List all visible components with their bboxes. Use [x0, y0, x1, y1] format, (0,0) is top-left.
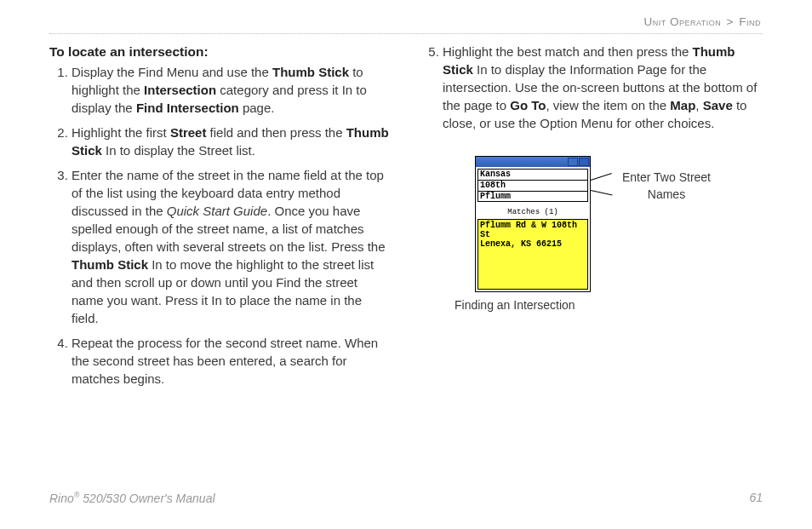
match-line2: Lenexa, KS 66215 [480, 239, 586, 249]
bold: Thumb Stick [71, 257, 148, 272]
column-right: Highlight the best match and then press … [420, 43, 763, 394]
matches-label: Matches (1) [477, 207, 588, 218]
callout-text: Enter Two Street Names [603, 170, 730, 203]
text: Repeat the process for the second street… [71, 336, 378, 386]
bold: Intersection [144, 83, 216, 97]
breadcrumb-section: Unit Operation [643, 15, 721, 28]
text: Highlight the best match and then press … [443, 44, 693, 59]
bold: Map [670, 98, 695, 112]
page-footer: Rino® 520/530 Owner's Manual 61 [49, 491, 763, 505]
device-titlebar [476, 157, 590, 167]
match-result: Pflumm Rd & W 108th St Lenexa, KS 66215 [477, 219, 588, 290]
content-columns: To locate an intersection: Display the F… [49, 43, 763, 394]
section-heading: To locate an intersection: [49, 43, 392, 61]
italic: Quick Start Guide [167, 204, 267, 218]
text: In to display the Street list. [102, 143, 255, 158]
bold: Save [703, 98, 733, 112]
text: , view the item on the [546, 98, 670, 112]
text: page. [239, 101, 275, 115]
match-line1: Pflumm Rd & W 108th St [480, 221, 586, 239]
bold: Go To [510, 98, 546, 112]
text: Display the Find Menu and use the [71, 65, 272, 79]
header-divider [49, 33, 763, 34]
step-4: Repeat the process for the second street… [71, 334, 392, 388]
figure-caption: Finding an Intersection [455, 297, 763, 314]
titlebar-icon [568, 158, 578, 166]
text: Highlight the first [71, 125, 170, 140]
column-left: To locate an intersection: Display the F… [49, 43, 392, 394]
page-number: 61 [749, 491, 763, 505]
breadcrumb-sep: > [727, 15, 734, 28]
step-1: Display the Find Menu and use the Thumb … [71, 63, 392, 117]
bold: Street [170, 125, 207, 140]
text: field and then press the [206, 125, 346, 140]
step-3: Enter the name of the street in the name… [71, 166, 392, 327]
step-5: Highlight the best match and then press … [443, 43, 763, 132]
footer-left: Rino® 520/530 Owner's Manual [49, 491, 215, 505]
breadcrumb: Unit Operation > Find [49, 15, 763, 28]
step-2: Highlight the first Street field and the… [71, 124, 392, 159]
device-body: Kansas 108th Pflumm Matches (1) Pflumm R… [476, 167, 590, 291]
bold: Thumb Stick [272, 65, 349, 79]
text: , [695, 98, 702, 112]
steps-list-left: Display the Find Menu and use the Thumb … [49, 63, 392, 388]
field-state: Kansas [477, 169, 588, 180]
breadcrumb-sub: Find [739, 15, 761, 28]
footer-title: 520/530 Owner's Manual [79, 492, 214, 505]
titlebar-icon [579, 158, 589, 166]
footer-product: Rino [49, 492, 74, 505]
figure: Kansas 108th Pflumm Matches (1) Pflumm R… [420, 156, 763, 314]
field-street2: Pflumm [477, 191, 588, 202]
bold: Find Intersection [136, 101, 239, 115]
device-screenshot: Kansas 108th Pflumm Matches (1) Pflumm R… [475, 156, 591, 292]
steps-list-right: Highlight the best match and then press … [420, 43, 763, 132]
field-street1: 108th [477, 180, 588, 191]
